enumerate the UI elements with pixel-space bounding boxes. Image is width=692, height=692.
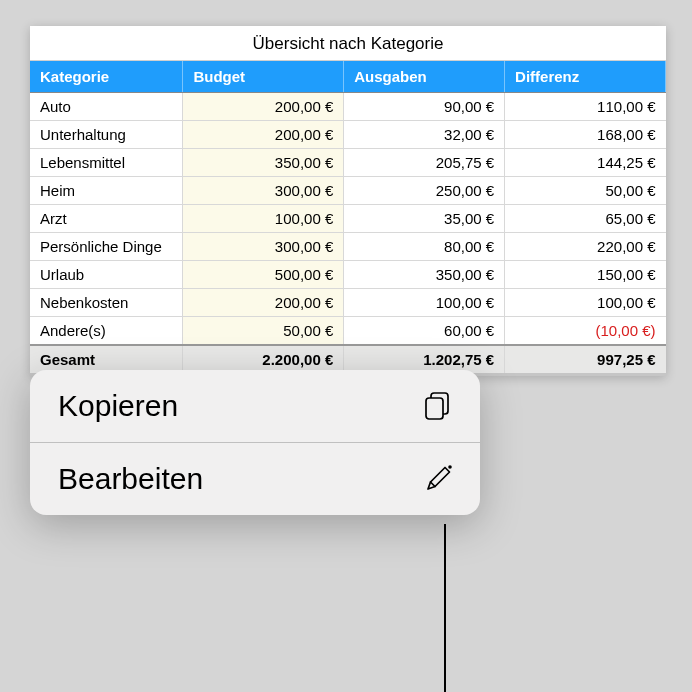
table-row: Heim300,00 €250,00 €50,00 € xyxy=(30,177,666,205)
cell-diff: 50,00 € xyxy=(505,177,666,205)
cell-budget: 50,00 € xyxy=(183,317,344,346)
cell-spent: 205,75 € xyxy=(344,149,505,177)
cell-diff: 65,00 € xyxy=(505,205,666,233)
cell-category: Andere(s) xyxy=(30,317,183,346)
header-category: Kategorie xyxy=(30,61,183,93)
sheet-title: Übersicht nach Kategorie xyxy=(30,26,666,61)
cell-diff: 100,00 € xyxy=(505,289,666,317)
cell-category: Unterhaltung xyxy=(30,121,183,149)
cell-spent: 90,00 € xyxy=(344,93,505,121)
table-row: Lebensmittel350,00 €205,75 €144,25 € xyxy=(30,149,666,177)
cell-budget: 500,00 € xyxy=(183,261,344,289)
cell-spent: 250,00 € xyxy=(344,177,505,205)
category-table: Kategorie Budget Ausgaben Differenz Auto… xyxy=(30,61,666,376)
cell-category: Lebensmittel xyxy=(30,149,183,177)
cell-diff: (10,00 €) xyxy=(505,317,666,346)
spreadsheet-preview: Übersicht nach Kategorie Kategorie Budge… xyxy=(30,26,666,376)
menu-edit-label: Bearbeiten xyxy=(58,462,203,496)
cell-budget: 200,00 € xyxy=(183,289,344,317)
cell-category: Auto xyxy=(30,93,183,121)
cell-category: Nebenkosten xyxy=(30,289,183,317)
table-row: Nebenkosten200,00 €100,00 €100,00 € xyxy=(30,289,666,317)
cell-budget: 300,00 € xyxy=(183,233,344,261)
pencil-icon xyxy=(420,461,456,497)
menu-copy-label: Kopieren xyxy=(58,389,178,423)
menu-edit[interactable]: Bearbeiten xyxy=(30,442,480,515)
cell-diff: 150,00 € xyxy=(505,261,666,289)
cell-budget: 350,00 € xyxy=(183,149,344,177)
cell-diff: 220,00 € xyxy=(505,233,666,261)
svg-rect-1 xyxy=(426,398,443,419)
table-row: Andere(s)50,00 €60,00 €(10,00 €) xyxy=(30,317,666,346)
menu-copy[interactable]: Kopieren xyxy=(30,370,480,442)
table-header-row: Kategorie Budget Ausgaben Differenz xyxy=(30,61,666,93)
copy-icon xyxy=(420,388,456,424)
table-row: Auto200,00 €90,00 €110,00 € xyxy=(30,93,666,121)
table-row: Persönliche Dinge300,00 €80,00 €220,00 € xyxy=(30,233,666,261)
cell-category: Heim xyxy=(30,177,183,205)
cell-budget: 300,00 € xyxy=(183,177,344,205)
table-row: Unterhaltung200,00 €32,00 €168,00 € xyxy=(30,121,666,149)
context-menu: Kopieren Bearbeiten xyxy=(30,370,480,515)
cell-spent: 350,00 € xyxy=(344,261,505,289)
cell-spent: 60,00 € xyxy=(344,317,505,346)
cell-budget: 100,00 € xyxy=(183,205,344,233)
header-diff: Differenz xyxy=(505,61,666,93)
cell-category: Urlaub xyxy=(30,261,183,289)
cell-diff: 144,25 € xyxy=(505,149,666,177)
cell-category: Persönliche Dinge xyxy=(30,233,183,261)
cell-category: Arzt xyxy=(30,205,183,233)
cell-spent: 32,00 € xyxy=(344,121,505,149)
svg-point-2 xyxy=(448,465,452,469)
total-diff: 997,25 € xyxy=(505,345,666,375)
cell-budget: 200,00 € xyxy=(183,93,344,121)
table-row: Arzt100,00 €35,00 €65,00 € xyxy=(30,205,666,233)
header-budget: Budget xyxy=(183,61,344,93)
cell-budget: 200,00 € xyxy=(183,121,344,149)
cell-spent: 80,00 € xyxy=(344,233,505,261)
cell-diff: 110,00 € xyxy=(505,93,666,121)
header-spent: Ausgaben xyxy=(344,61,505,93)
callout-line xyxy=(444,524,446,692)
table-row: Urlaub500,00 €350,00 €150,00 € xyxy=(30,261,666,289)
cell-diff: 168,00 € xyxy=(505,121,666,149)
cell-spent: 100,00 € xyxy=(344,289,505,317)
cell-spent: 35,00 € xyxy=(344,205,505,233)
